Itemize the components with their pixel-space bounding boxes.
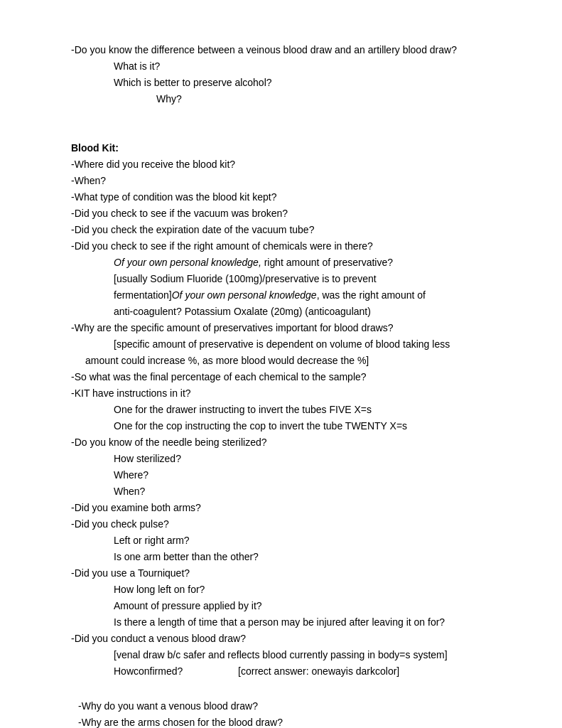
bk-line-12: [specific amount of preservative is depe… — [71, 337, 505, 352]
bk-line-11: -Why are the specific amount of preserva… — [71, 321, 505, 336]
italic-text-1: Of your own personal knowledge, — [114, 257, 261, 268]
closing-section: -Why do you want a venous blood draw? -W… — [71, 699, 505, 728]
bk-line-7: Of your own personal knowledge, right am… — [71, 255, 505, 270]
bk-line-24: Left or right arm? — [71, 533, 505, 548]
intro-section: -Do you know the difference between a ve… — [71, 43, 505, 107]
bk-line-1: -Where did you receive the blood kit? — [71, 157, 505, 172]
intro-line-4: Why? — [71, 92, 505, 107]
bk-line-20: Where? — [71, 468, 505, 483]
bk-line-4: -Did you check to see if the vacuum was … — [71, 206, 505, 221]
bk-line-10: anti-coagulent? Potassium Oxalate (20mg)… — [71, 304, 505, 319]
bk-line-14: -So what was the final percentage of eac… — [71, 370, 505, 385]
bk-line-6: -Did you check to see if the right amoun… — [71, 239, 505, 254]
intro-line-2: What is it? — [71, 59, 505, 74]
bk-line-8: [usually Sodium Fluoride (100mg)/preserv… — [71, 272, 505, 287]
bk-line-28: Amount of pressure applied by it? — [71, 599, 505, 614]
close-line-1: -Why do you want a venous blood draw? — [71, 699, 505, 714]
bk-line-23: -Did you check pulse? — [71, 517, 505, 532]
bk-line-5: -Did you check the expiration date of th… — [71, 223, 505, 237]
bk-line-3: -What type of condition was the blood ki… — [71, 190, 505, 205]
bk-line-25: Is one arm better than the other? — [71, 550, 505, 564]
bk-line-16: One for the drawer instructing to invert… — [71, 402, 505, 417]
italic-text-2: Of your own personal knowledge — [172, 289, 317, 301]
bk-line-13: amount could increase %, as more blood w… — [71, 353, 505, 368]
intro-line-1: -Do you know the difference between a ve… — [71, 43, 505, 58]
bk-line-19: How sterilized? — [71, 451, 505, 466]
page-content: -Do you know the difference between a ve… — [0, 0, 562, 728]
blood-kit-title: Blood Kit: — [71, 141, 505, 156]
bk-line-21: When? — [71, 484, 505, 499]
bk-line-29: Is there a length of time that a person … — [71, 615, 505, 630]
bk-line-31: [venal draw b/c safer and reflects blood… — [71, 648, 505, 663]
bk-line-27: How long left on for? — [71, 582, 505, 597]
bk-line-9: fermentation]Of your own personal knowle… — [71, 288, 505, 303]
bk-line-26: -Did you use a Tourniquet? — [71, 566, 505, 581]
close-line-2: -Why are the arms chosen for the blood d… — [71, 715, 505, 728]
bk-line-2: -When? — [71, 173, 505, 188]
intro-line-3: Which is better to preserve alcohol? — [71, 75, 505, 90]
bk-line-32: Howconfirmed? [correct answer: onewayis … — [71, 664, 505, 679]
blood-kit-section: Blood Kit: -Where did you receive the bl… — [71, 141, 505, 679]
bk-line-30: -Did you conduct a venous blood draw? — [71, 631, 505, 646]
bk-line-22: -Did you examine both arms? — [71, 500, 505, 515]
bk-line-17: One for the cop instructing the cop to i… — [71, 419, 505, 434]
bk-line-18: -Do you know of the needle being sterili… — [71, 435, 505, 450]
bk-line-15: -KIT have instructions in it? — [71, 386, 505, 401]
